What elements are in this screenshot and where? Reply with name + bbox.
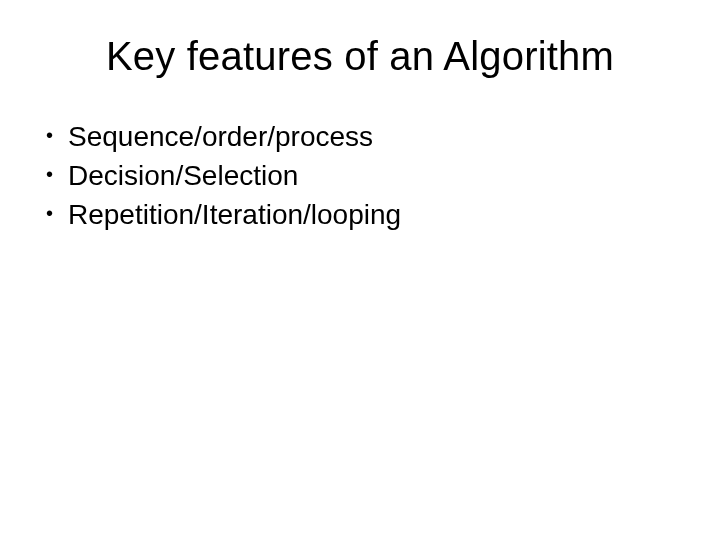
slide: Key features of an Algorithm • Sequence/… xyxy=(0,0,720,540)
bullet-text: Sequence/order/process xyxy=(68,119,680,154)
bullet-icon: • xyxy=(46,119,68,151)
bullet-list: • Sequence/order/process • Decision/Sele… xyxy=(46,119,680,232)
bullet-text: Repetition/Iteration/looping xyxy=(68,197,680,232)
list-item: • Repetition/Iteration/looping xyxy=(46,197,680,232)
list-item: • Decision/Selection xyxy=(46,158,680,193)
bullet-text: Decision/Selection xyxy=(68,158,680,193)
slide-title: Key features of an Algorithm xyxy=(40,34,680,79)
bullet-icon: • xyxy=(46,158,68,190)
bullet-icon: • xyxy=(46,197,68,229)
list-item: • Sequence/order/process xyxy=(46,119,680,154)
